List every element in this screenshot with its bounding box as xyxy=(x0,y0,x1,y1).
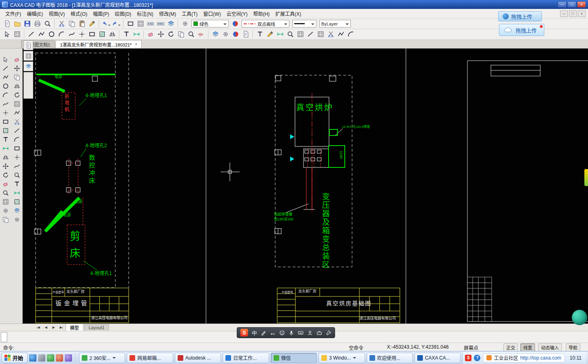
close-button[interactable]: × xyxy=(577,1,586,8)
print-preview-icon[interactable] xyxy=(42,19,52,28)
modify-fillet-icon[interactable] xyxy=(12,135,22,144)
move-tool-icon[interactable] xyxy=(156,30,166,39)
mdi-restore-button[interactable]: □ xyxy=(569,11,577,17)
ime-toolbox-icon[interactable] xyxy=(316,330,322,336)
select-pointer-icon[interactable] xyxy=(2,30,12,39)
new-sheet-icon[interactable] xyxy=(241,30,250,39)
menu-tools[interactable]: 工具(T) xyxy=(179,9,200,18)
command-input-box[interactable] xyxy=(1,332,7,342)
dwg-import-icon[interactable]: DWG xyxy=(156,19,166,28)
ortho-toggle[interactable]: 正交 xyxy=(503,343,518,351)
menu-file[interactable]: 文件(F) xyxy=(2,9,24,18)
ime-account-icon[interactable] xyxy=(307,330,313,336)
modify-extend-icon[interactable] xyxy=(12,126,22,135)
plugin-handle[interactable] xyxy=(23,72,33,99)
draw-polyline-icon[interactable] xyxy=(1,73,11,82)
navigation-toggle[interactable]: 导航 xyxy=(566,343,580,351)
help-tray-icon[interactable]: ? xyxy=(474,355,480,361)
taskbar-btn-caxa[interactable]: CAXA CA... xyxy=(414,353,461,363)
annotate-text-icon[interactable] xyxy=(255,30,265,39)
quicklaunch-desktop-icon[interactable] xyxy=(38,354,45,362)
modify-trim-icon[interactable] xyxy=(12,117,22,126)
draw-spline-icon[interactable] xyxy=(1,99,11,108)
modify-join-icon[interactable] xyxy=(12,162,22,171)
menu-annotate[interactable]: 标注(N) xyxy=(134,9,156,18)
modify-dim-icon[interactable] xyxy=(12,188,22,197)
prev-sheet-button[interactable]: ◀ xyxy=(42,326,49,329)
tab-close-icon[interactable]: × xyxy=(135,42,137,47)
modify-rotate-icon[interactable] xyxy=(12,91,22,99)
sogou-logo-icon[interactable]: S xyxy=(240,329,248,336)
edge-panel-tab[interactable] xyxy=(584,169,588,186)
ortho-toggle-icon[interactable] xyxy=(306,30,315,39)
snap-grid-icon[interactable] xyxy=(12,30,22,39)
break-tool-icon[interactable] xyxy=(326,30,335,39)
layer-tool-icon[interactable] xyxy=(210,30,220,39)
point-tool-icon[interactable] xyxy=(77,30,87,39)
draw-pointer-icon[interactable] xyxy=(1,55,11,64)
menu-edit[interactable]: 编辑(E) xyxy=(24,9,46,18)
pick-mode[interactable]: 屏幕点 xyxy=(464,344,478,351)
new-doc-icon[interactable] xyxy=(2,19,12,28)
color-ball-icon[interactable] xyxy=(230,19,240,28)
hatch-tool-icon[interactable] xyxy=(97,30,107,39)
drawing-canvas[interactable] xyxy=(23,49,588,324)
taskbar-btn-mail[interactable]: 网易邮箱... xyxy=(127,353,173,363)
format-painter-icon[interactable] xyxy=(87,19,97,28)
modify-move-icon[interactable] xyxy=(12,64,22,73)
exb-export-icon[interactable]: EXB xyxy=(146,19,155,28)
ime-emoji-icon[interactable] xyxy=(279,330,285,336)
menu-paper[interactable]: 幅面(P) xyxy=(90,9,112,18)
next-sheet-button[interactable]: ▶ xyxy=(50,326,57,329)
arc-tool-icon[interactable] xyxy=(57,30,66,39)
draw-rectangle-icon[interactable] xyxy=(1,117,11,126)
modify-scale-icon[interactable] xyxy=(12,171,22,180)
dynamic-input-toggle[interactable]: 动态输入 xyxy=(538,343,562,351)
text-tool-icon[interactable] xyxy=(121,30,131,39)
draw-move-icon[interactable] xyxy=(1,162,11,171)
paper-frame-icon[interactable] xyxy=(136,19,145,28)
copy-icon[interactable] xyxy=(67,19,76,28)
draw-erase-icon[interactable] xyxy=(1,180,11,188)
menu-ext-tools[interactable]: 扩展工具(X) xyxy=(272,9,304,18)
draw-zoom-icon[interactable] xyxy=(1,188,11,197)
options-gear-icon[interactable] xyxy=(180,19,190,28)
spline-tool-icon[interactable] xyxy=(67,30,76,39)
menu-cloud[interactable]: 云空间(Y) xyxy=(224,9,250,18)
redo-icon[interactable] xyxy=(111,19,121,28)
chevron-down-icon[interactable] xyxy=(108,25,110,27)
open-file-icon[interactable] xyxy=(12,19,22,28)
minimize-button[interactable]: ─ xyxy=(558,1,567,8)
ime-language-toggle[interactable]: 中 xyxy=(252,329,257,336)
draw-text-icon[interactable] xyxy=(1,135,11,144)
floating-ball-widget[interactable] xyxy=(572,310,587,325)
doc-tab-2-active[interactable]: 1湛高龙头新厂房规划布置...180321* × xyxy=(55,40,142,48)
taskbar-btn-360[interactable]: 2 360安... xyxy=(79,353,125,363)
modify-layer-icon[interactable] xyxy=(12,206,22,215)
draw-point-icon[interactable] xyxy=(1,108,11,117)
ime-mic-icon[interactable] xyxy=(289,330,294,336)
chevron-down-icon[interactable] xyxy=(118,25,121,27)
zoom-tool-icon[interactable] xyxy=(186,30,196,39)
modify-text-icon[interactable] xyxy=(12,180,22,188)
ole-object-icon[interactable] xyxy=(125,19,135,28)
paste-icon[interactable] xyxy=(77,19,87,28)
draw-circle-icon[interactable] xyxy=(1,82,11,91)
plot-icon[interactable] xyxy=(32,19,42,28)
quicklaunch-media-icon[interactable] xyxy=(56,354,63,362)
mdi-close-button[interactable]: × xyxy=(578,11,586,17)
drag-upload-button-1[interactable]: 拖拽上传 xyxy=(498,11,542,21)
zoom-extents-icon[interactable] xyxy=(285,30,295,39)
modify-mirror-icon[interactable] xyxy=(12,82,22,91)
modify-copy-icon[interactable] xyxy=(12,73,22,82)
menu-window[interactable]: 窗口(W) xyxy=(200,9,223,18)
mdi-minimize-button[interactable]: ─ xyxy=(560,11,568,17)
layer-manager-icon[interactable] xyxy=(166,19,176,28)
fillet-tool-icon[interactable] xyxy=(346,30,356,39)
erase-tool-icon[interactable] xyxy=(146,30,155,39)
copy-tool-icon[interactable] xyxy=(176,30,186,39)
menu-draw[interactable]: 绘图(D) xyxy=(112,9,134,18)
dim-style-icon[interactable] xyxy=(275,30,285,39)
save-icon[interactable] xyxy=(22,19,32,28)
modify-array-icon[interactable] xyxy=(12,99,22,108)
